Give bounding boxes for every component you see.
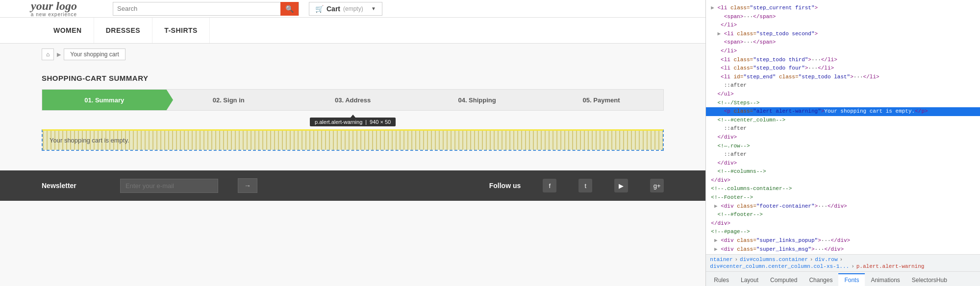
- gplus-icon[interactable]: g+: [650, 179, 664, 192]
- code-line: ::after: [711, 150, 975, 159]
- devtools-tab-layout[interactable]: Layout: [735, 273, 764, 286]
- step-summary-label: 01. Summary: [84, 96, 124, 104]
- code-line: ▶ <div class="super_links_msg">···</div>: [711, 245, 975, 254]
- step-signin-label: 02. Sign in: [213, 96, 245, 104]
- bc-alert-warning[interactable]: p.alert.alert-warning: [856, 263, 925, 269]
- search-input[interactable]: [113, 3, 280, 14]
- code-line: ▶ <div class="super_links_popup">···</di…: [711, 237, 975, 245]
- tooltip-box: p.alert.alert-warning | 940 × 50: [310, 118, 396, 126]
- code-line: <!--#columns-->: [711, 167, 975, 176]
- bc-center-column[interactable]: div#center_column.center_column.col-xs-1…: [710, 263, 849, 269]
- logo-area: your logo a new experience: [5, 0, 103, 17]
- cart-label: Cart: [327, 5, 340, 13]
- devtools-tab-animations[interactable]: Animations: [865, 273, 905, 286]
- breadcrumb: ⌂ ▶ Your shopping cart: [0, 44, 705, 65]
- step-address-label: 03. Address: [335, 96, 371, 104]
- step-summary[interactable]: 01. Summary: [42, 89, 166, 111]
- nav-tab-dresses[interactable]: DRESSES: [94, 18, 152, 43]
- bc-row[interactable]: div.row: [815, 257, 837, 262]
- code-line: ::after: [711, 124, 975, 133]
- code-line: <span>···</span>: [711, 38, 975, 47]
- devtools-tab-selectorshub[interactable]: SelectorsHub: [906, 273, 953, 286]
- code-line: ▶ <div class="footer-container">···</div…: [711, 202, 975, 211]
- code-line: <!--#center_column-->: [711, 116, 975, 125]
- code-line: <!--#footer-->: [711, 211, 975, 219]
- code-line: </div>: [711, 133, 975, 142]
- twitter-icon[interactable]: t: [578, 179, 592, 192]
- bc-ntainer[interactable]: ntainer: [710, 257, 732, 262]
- tooltip-class: p.alert.alert-warning: [315, 119, 362, 125]
- alert-warning: Your shopping cart is empty.: [43, 131, 663, 150]
- logo-tagline: a new experience: [31, 12, 77, 17]
- search-bar: 🔍: [113, 2, 299, 16]
- devtools-breadcrumb: ntainer › div#columns.container › div.ro…: [706, 254, 980, 271]
- code-line: ::after: [711, 81, 975, 90]
- code-line: <!--.columns-container-->: [711, 185, 975, 193]
- main-content: SHOPPING-CART SUMMARY 01. Summary 02. Si…: [0, 65, 705, 151]
- step-shipping[interactable]: 04. Shipping: [415, 89, 539, 111]
- alert-message: Your shopping cart is empty.: [50, 137, 129, 144]
- code-line: </ul>: [711, 90, 975, 99]
- code-line: <!--#page-->: [711, 228, 975, 237]
- code-line: <!--Footer-->: [711, 193, 975, 202]
- nav-tab-women[interactable]: WOMEN: [42, 18, 94, 43]
- nav-tab-tshirts[interactable]: T-SHIRTS: [152, 18, 210, 43]
- code-line: <li class="step_todo four">···</li>: [711, 64, 975, 73]
- step-address[interactable]: 03. Address: [291, 89, 415, 111]
- code-line: </div>: [711, 176, 975, 185]
- logo-name: your logo: [31, 0, 77, 12]
- code-line: <li id="step_end" class="step_todo last"…: [711, 73, 975, 82]
- code-line: <span>···</span>: [711, 13, 975, 22]
- footer-follow-label: Follow us: [489, 182, 521, 190]
- footer-newsletter-label: Newsletter: [42, 182, 101, 190]
- cart-area[interactable]: 🛒 Cart (empty) ▼: [309, 2, 382, 16]
- section-title: SHOPPING-CART SUMMARY: [42, 65, 664, 89]
- devtools-tab-changes[interactable]: Changes: [803, 273, 838, 286]
- devtools-code[interactable]: ▶ <li class="step_current first"> <span>…: [706, 0, 980, 254]
- step-payment-label: 05. Payment: [583, 96, 620, 104]
- code-line: </li>: [711, 21, 975, 30]
- devtools-panel: ▶ <li class="step_current first"> <span>…: [705, 0, 980, 286]
- devtools-tab-rules[interactable]: Rules: [708, 273, 735, 286]
- cart-status: (empty): [343, 5, 363, 12]
- devtools-tab-fonts[interactable]: Fonts: [838, 273, 865, 286]
- breadcrumb-separator: ▶: [57, 51, 61, 58]
- step-payment[interactable]: 05. Payment: [539, 89, 663, 111]
- footer-email-input[interactable]: [120, 179, 218, 193]
- footer-submit-button[interactable]: →: [238, 178, 257, 193]
- code-line: </li>: [711, 47, 975, 56]
- code-line: <!--/Steps-->: [711, 99, 975, 108]
- cart-icon: 🛒: [315, 5, 324, 13]
- breadcrumb-current: Your shopping cart: [64, 48, 126, 60]
- checkout-steps: 01. Summary 02. Sign in 03. Address 04. …: [42, 89, 664, 111]
- code-line: ▶ <li class="step_todo second">: [711, 30, 975, 39]
- nav-tabs: WOMEN DRESSES T-SHIRTS: [0, 18, 705, 44]
- code-line: ▶ <li class="step_current first">: [711, 4, 975, 13]
- search-button[interactable]: 🔍: [280, 2, 299, 16]
- breadcrumb-home[interactable]: ⌂: [42, 48, 54, 60]
- tooltip-area: p.alert.alert-warning | 940 × 50: [42, 118, 664, 126]
- devtools-tab-computed[interactable]: Computed: [764, 273, 803, 286]
- facebook-icon[interactable]: f: [543, 179, 556, 192]
- youtube-icon[interactable]: ▶: [614, 179, 628, 192]
- alert-wrapper: Your shopping cart is empty.: [42, 129, 664, 151]
- step-signin[interactable]: 02. Sign in: [166, 89, 290, 111]
- code-line: <li class="step_todo third">···</li>: [711, 56, 975, 65]
- devtools-tabs: Rules Layout Computed Changes Fonts Anim…: [706, 271, 980, 286]
- code-line: </div>: [711, 219, 975, 228]
- tooltip-dimensions: 940 × 50: [370, 119, 391, 125]
- top-bar: your logo a new experience 🔍 🛒 Cart (emp…: [0, 0, 705, 18]
- code-line: <!—.row-->: [711, 142, 975, 151]
- footer: Newsletter → Follow us f t ▶ g+: [0, 170, 705, 201]
- step-shipping-label: 04. Shipping: [458, 96, 496, 104]
- cart-dropdown-icon: ▼: [371, 6, 376, 11]
- tooltip-pipe: |: [365, 119, 367, 125]
- code-line-highlighted[interactable]: <p class="alert alert-warning">Your shop…: [706, 107, 980, 116]
- bc-columns-container[interactable]: div#columns.container: [740, 257, 808, 262]
- code-line: </div>: [711, 159, 975, 168]
